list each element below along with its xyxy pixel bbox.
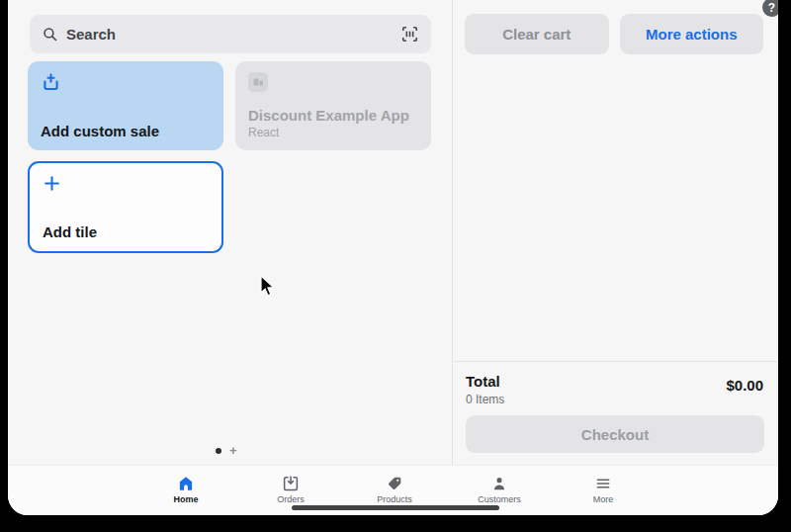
pos-app-screen: Add custom sale Discount Example App Rea…: [8, 0, 778, 515]
custom-sale-icon: [41, 72, 211, 93]
search-input[interactable]: [66, 26, 400, 43]
barcode-scan-icon[interactable]: [400, 25, 419, 44]
app-tile-title: Discount Example App: [248, 107, 418, 124]
total-row: Total 0 Items $0.00: [466, 373, 763, 406]
page-indicator: +: [216, 444, 237, 457]
nav-label: Orders: [277, 494, 305, 504]
more-icon: [594, 475, 612, 492]
total-amount: $0.00: [726, 377, 763, 406]
customers-icon: [490, 475, 508, 492]
orders-icon: [282, 475, 300, 492]
products-icon: [386, 475, 403, 492]
clear-cart-button[interactable]: Clear cart: [465, 14, 609, 54]
add-custom-sale-tile[interactable]: Add custom sale: [28, 61, 223, 150]
search-bar[interactable]: [30, 15, 431, 53]
home-icon: [177, 475, 195, 492]
nav-label: Customers: [478, 494, 521, 504]
more-actions-button[interactable]: More actions: [620, 14, 764, 54]
nav-item-orders[interactable]: Orders: [256, 475, 325, 504]
items-count: 0 Items: [466, 393, 504, 406]
add-page-button[interactable]: +: [229, 444, 237, 457]
app-tile-text: Discount Example App React: [248, 107, 418, 139]
home-indicator[interactable]: [292, 505, 499, 510]
checkout-button[interactable]: Checkout: [466, 415, 764, 453]
device-frame: Add custom sale Discount Example App Rea…: [0, 0, 791, 532]
nav-label: Products: [377, 494, 412, 504]
page-dot[interactable]: [216, 448, 221, 454]
plus-icon: [43, 174, 209, 193]
discount-example-app-tile[interactable]: Discount Example App React: [235, 61, 431, 150]
nav-item-home[interactable]: Home: [151, 475, 220, 504]
nav-item-products[interactable]: Products: [360, 475, 429, 504]
tile-grid-panel: Add custom sale Discount Example App Rea…: [8, 0, 453, 465]
search-icon: [42, 26, 58, 43]
tile-label: Add tile: [43, 223, 209, 240]
add-tile-button[interactable]: Add tile: [28, 161, 223, 253]
help-badge[interactable]: ?: [762, 0, 778, 17]
tile-label: Add custom sale: [41, 123, 211, 139]
app-placeholder-icon: [248, 72, 268, 92]
app-tile-subtitle: React: [248, 126, 418, 139]
nav-item-more[interactable]: More: [569, 475, 638, 504]
nav-label: Home: [173, 494, 198, 504]
totals-divider: [454, 361, 778, 362]
cart-actions: Clear cart More actions: [465, 14, 763, 54]
nav-item-customers[interactable]: Customers: [465, 475, 534, 504]
nav-label: More: [593, 494, 614, 504]
total-label: Total: [466, 373, 504, 390]
cart-panel: Clear cart More actions Total 0 Items $0…: [454, 0, 778, 465]
total-text: Total 0 Items: [466, 373, 504, 406]
